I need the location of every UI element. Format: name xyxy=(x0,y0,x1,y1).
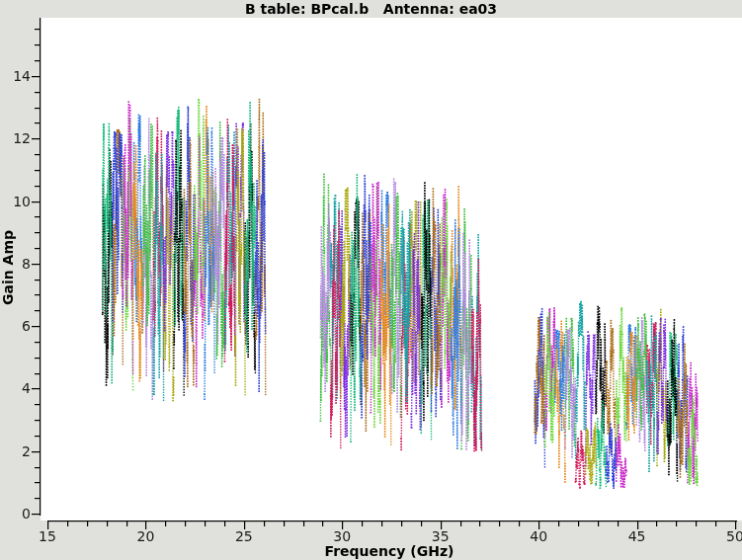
plot-canvas xyxy=(0,0,742,560)
x-tick-label: 20 xyxy=(125,529,165,543)
x-tick-label: 45 xyxy=(618,529,657,543)
y-tick-label: 2 xyxy=(0,444,31,458)
y-tick-label: 0 xyxy=(0,507,31,520)
y-tick-label: 8 xyxy=(0,257,31,271)
x-tick-label: 25 xyxy=(224,529,264,543)
x-tick-label: 50 xyxy=(715,529,742,543)
x-tick-label: 40 xyxy=(519,529,558,543)
x-tick-label: 30 xyxy=(322,529,362,543)
y-tick-label: 6 xyxy=(0,319,31,333)
y-tick-label: 14 xyxy=(0,69,31,83)
y-tick-label: 12 xyxy=(0,131,31,145)
x-axis-label: Frequency (GHz) xyxy=(41,543,738,559)
bandpass-plot-window: B table: BPcal.b Antenna: ea03 Gain Amp … xyxy=(0,0,742,560)
y-tick-label: 10 xyxy=(0,195,31,208)
y-tick-label: 4 xyxy=(0,381,31,395)
x-tick-label: 35 xyxy=(421,529,460,543)
x-tick-label: 15 xyxy=(28,529,67,543)
plot-title: B table: BPcal.b Antenna: ea03 xyxy=(0,1,742,17)
